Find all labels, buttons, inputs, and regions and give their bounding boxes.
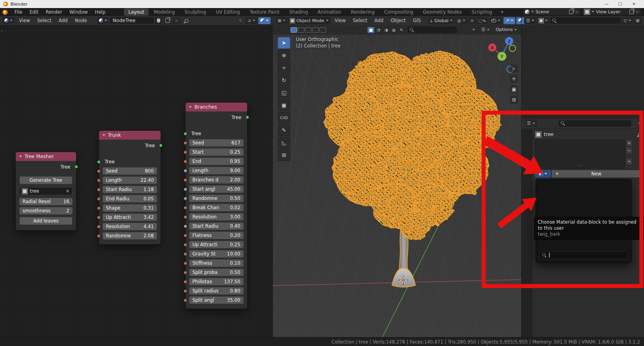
viewport-menu-add[interactable]: Add <box>371 16 387 25</box>
camera-view-icon[interactable]: ▣ <box>510 85 518 93</box>
tree-mesher-field-radial-resol[interactable]: Radial Resol16 <box>19 198 72 205</box>
socket-branches-randomne[interactable] <box>184 197 187 200</box>
tab-modeling[interactable]: Modeling <box>149 8 179 16</box>
snap-toggle-button[interactable]: ⊃ <box>246 17 257 24</box>
node-tree-mesher[interactable]: Tree Mesher Tree Generate Tree tree × Ra… <box>15 152 76 231</box>
maximize-button[interactable]: □ <box>613 0 627 8</box>
object-field[interactable]: tree × <box>19 187 72 195</box>
unlink-button[interactable]: × <box>173 17 180 24</box>
copy-icon[interactable] <box>630 10 634 14</box>
overlays-dropdown[interactable]: ☰ <box>479 26 491 33</box>
collapse-icon[interactable] <box>19 156 22 157</box>
socket-branches-gravity-st[interactable] <box>184 252 187 256</box>
proportional-edit-button[interactable]: ◌∿ <box>477 17 488 24</box>
node-branches-field-start-radiu[interactable]: Start Radiu0.40 <box>189 222 244 230</box>
viewport-menu-gis[interactable]: GIS <box>409 16 425 25</box>
menu-file[interactable]: File <box>11 8 26 16</box>
node-branches-field-stiffness[interactable]: Stiffness0.10 <box>189 260 244 267</box>
axis-y-neg[interactable] <box>509 45 516 51</box>
node-branches-field-split-proba[interactable]: Split proba0.50 <box>189 269 244 276</box>
move-tool[interactable]: + <box>278 62 290 74</box>
socket-trunk-shape[interactable] <box>97 206 101 210</box>
node-trunk-header[interactable]: Trunk <box>99 131 161 140</box>
viewport-menu-object[interactable]: Object <box>387 16 409 25</box>
new-collection-button[interactable]: ⊞ <box>634 17 642 24</box>
scene-selector[interactable]: Scene × <box>523 8 580 15</box>
socket-trunk-start-radiu[interactable] <box>97 188 101 192</box>
tab-texture-paint[interactable]: Texture Paint <box>245 8 284 16</box>
outliner[interactable] <box>521 25 644 118</box>
node-menu-select[interactable]: Select <box>33 16 55 25</box>
node-trunk-field-resolution[interactable]: Resolution4.41 <box>103 223 157 230</box>
socket-branches-flatness[interactable] <box>184 234 187 237</box>
socket-branches-split-radius[interactable] <box>184 289 187 293</box>
editor-type-button[interactable] <box>2 17 14 24</box>
scale-tool[interactable]: ◱ <box>278 87 290 99</box>
close-button[interactable]: × <box>627 0 641 8</box>
menu-edit[interactable]: Edit <box>26 8 42 16</box>
node-trunk-field-seed[interactable]: Seed800 <box>103 167 157 175</box>
node-trunk-field-randomne[interactable]: Randomne2.08 <box>103 232 157 239</box>
rotate-tool[interactable]: ↻ <box>278 74 290 86</box>
socket-branches-break-chan[interactable] <box>184 206 187 210</box>
menu-window[interactable]: Window <box>66 8 91 16</box>
parent-node-icon[interactable]: ↰ <box>237 17 244 24</box>
browse-material-button[interactable] <box>535 170 551 177</box>
socket-trunk-randomne[interactable] <box>97 234 101 238</box>
add-slot-button[interactable]: + <box>626 140 632 146</box>
add-cube-tool[interactable]: ⊞ <box>278 149 290 161</box>
node-trunk-field-up-attracti[interactable]: Up Attracti3.42 <box>103 214 157 221</box>
outliner-funnel-button[interactable]: ▽ <box>621 17 633 24</box>
options-button[interactable]: Options <box>494 26 519 33</box>
properties-editor[interactable]: ☰ tree ▸ ∷∷ + − <box>521 118 644 337</box>
socket-branches-start[interactable] <box>184 150 187 154</box>
shading-material-preview[interactable]: ◔ <box>375 27 382 33</box>
node-branches-field-resolution[interactable]: Resolution3.00 <box>189 213 244 220</box>
overlap-toggle-button[interactable] <box>258 17 270 24</box>
tab-sculpting[interactable]: Sculpting <box>180 8 211 16</box>
pin-icon[interactable] <box>637 132 642 137</box>
measure-tool[interactable]: ◺ <box>278 137 290 148</box>
shading-rendered[interactable]: ◑ <box>383 27 390 33</box>
node-branches-field-flatness[interactable]: Flatness0.20 <box>189 232 244 239</box>
socket-branches-end[interactable] <box>184 160 187 163</box>
snap-magnet-button[interactable]: ⊃ <box>468 17 476 24</box>
slot-specials-button[interactable] <box>626 158 632 165</box>
show-visibility-button[interactable] <box>489 17 502 24</box>
material-search-input[interactable] <box>552 252 625 259</box>
socket-branches-branches-d[interactable] <box>184 178 187 182</box>
outliner-search[interactable] <box>550 17 621 24</box>
pan-icon[interactable]: ✛ <box>510 75 518 83</box>
shading-texture-paint[interactable]: ✎ <box>398 27 405 33</box>
editor-type-button[interactable]: ⊞ <box>276 17 287 24</box>
remove-slot-button[interactable]: − <box>626 147 632 154</box>
select-mode-lasso-select[interactable] <box>312 27 319 33</box>
transform-tool[interactable]: ▣ <box>278 99 290 111</box>
material-slot-list[interactable]: ▸ ∷∷ <box>535 140 625 169</box>
node-branches-field-split-radius[interactable]: Split radius0.80 <box>189 287 244 295</box>
viewport-menu-select[interactable]: Select <box>349 16 371 25</box>
outliner-filter-mode[interactable] <box>537 17 549 24</box>
socket-trunk-end-radiu[interactable] <box>97 197 101 201</box>
socket-trunk-out[interactable] <box>159 144 163 147</box>
shading-solid[interactable]: ■ <box>367 27 374 33</box>
menu-help[interactable]: Help <box>91 8 109 16</box>
node-branches-field-up-attracti[interactable]: Up Attracti0.25 <box>189 241 244 248</box>
viewport-search-input[interactable] <box>416 27 455 33</box>
nodetree-browse-button[interactable] <box>97 17 109 24</box>
menu-render[interactable]: Render <box>42 8 66 16</box>
geometry-node-editor[interactable]: ‹ Tree Mesher Tree Generate Tree tree × … <box>0 25 273 337</box>
node-trunk[interactable]: Trunk Tree Tree Seed800Length22.40Start … <box>99 130 161 245</box>
properties-search-input[interactable] <box>567 121 629 126</box>
tab-animation[interactable]: Animation <box>313 8 346 16</box>
select-box-tool[interactable]: ➤ <box>278 37 290 49</box>
node-branches-field-phillotax[interactable]: Phillotax137.50 <box>189 278 244 285</box>
orientation-selector[interactable]: ⟂Global <box>428 17 454 24</box>
node-trunk-field-length[interactable]: Length22.40 <box>103 177 157 184</box>
node-branches-header[interactable]: Branches <box>186 103 247 111</box>
tab-layout[interactable]: Layout <box>124 8 149 16</box>
generate-tree-button[interactable]: Generate Tree <box>19 176 72 184</box>
add-workspace-button[interactable]: + <box>497 9 508 15</box>
node-branches-field-randomne[interactable]: Randomne0.50 <box>189 195 244 202</box>
material-search[interactable] <box>539 251 628 259</box>
